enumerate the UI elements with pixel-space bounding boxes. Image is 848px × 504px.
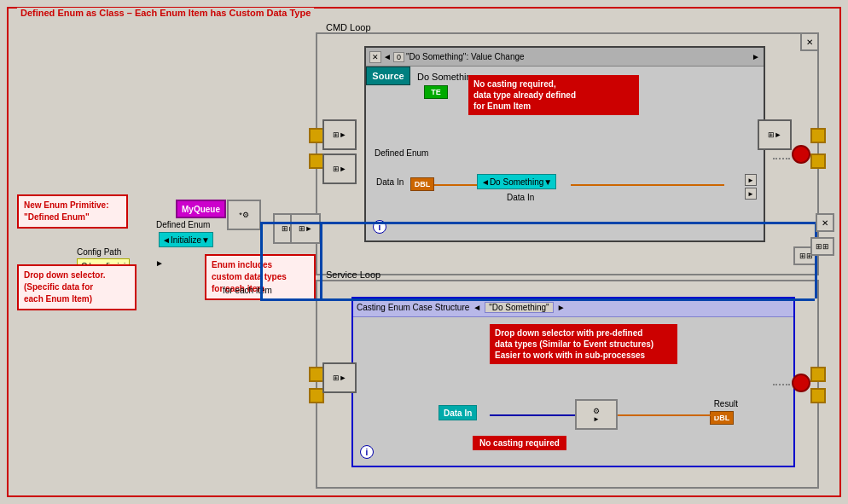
event-title: "Do Something": Value Change: [406, 52, 750, 61]
main-wire-v-left: [260, 222, 263, 298]
service-loop-container: Service Loop Casting Enum Case Structure…: [316, 280, 819, 489]
dotted-wire-service: [773, 384, 790, 385]
service-right-tunnel-bottom: [810, 388, 826, 403]
merge-node-main: ⊞⊞: [810, 237, 834, 256]
dbl-result: DBL: [710, 411, 734, 425]
te-terminal: TE: [424, 85, 448, 99]
info-icon-service[interactable]: i: [360, 445, 374, 459]
func-block-service: ⚙ ►: [575, 399, 618, 430]
wire-dbl-to-dropdown: [434, 184, 477, 186]
service-func-left: ⊞►: [322, 362, 357, 393]
cmd-loop-container: CMD Loop ✕ ◄ 0 "Do Something": Value Cha…: [316, 32, 819, 275]
cmd-func-left2: ⊞►: [322, 154, 357, 184]
right-vert-wire: [815, 222, 817, 298]
page-title: Defined Enum as Class – Each Enum Item h…: [17, 8, 314, 18]
close-btn[interactable]: ✕: [369, 51, 381, 63]
defined-enum-inner-label: Defined Enum: [375, 148, 428, 158]
config-terminal-arrow: ►: [155, 258, 164, 268]
my-queue-block: MyQueue: [176, 200, 226, 218]
arrow-right-icon: ►: [752, 52, 760, 61]
stop-button-service[interactable]: [792, 374, 810, 392]
wire-data-to-func: [490, 414, 575, 416]
dotted-wire-cmd: [773, 158, 790, 159]
no-casting-annotation: No casting required, data type already d…: [468, 75, 639, 115]
right-terminals: ► ►: [745, 174, 757, 200]
drop-selector-callout: Drop down selector. (Specific data for e…: [17, 264, 136, 310]
left-vert-wire: [320, 222, 322, 298]
no-casting-service: No casting required: [473, 436, 566, 450]
stop-button-cmd[interactable]: [792, 145, 810, 164]
func-block-left2: ⊞►: [290, 213, 321, 244]
defined-enum-left-label: Defined Enum: [156, 220, 210, 229]
dbl-block-cmd: DBL: [410, 177, 434, 191]
main-wire-h-top: [260, 222, 320, 224]
cmd-inner-structure: ✕ ◄ 0 "Do Something": Value Change ► Sou…: [364, 46, 765, 242]
service-loop-label: Service Loop: [326, 269, 380, 280]
case-title-bar: Casting Enum Case Structure ◄ "Do Someth…: [353, 298, 793, 317]
arrow-left-icon: ◄: [383, 52, 392, 61]
cmd-func-left: ⊞►: [322, 119, 357, 150]
case-label: Casting Enum Case Structure: [357, 303, 469, 312]
dropdown-annotation: Drop down selector with pre-defined data…: [490, 324, 677, 364]
case-arrow-right: ►: [557, 303, 566, 312]
data-in-label-cmd: Data In: [376, 177, 404, 187]
data-in-below-dropdown: Data In: [507, 193, 534, 202]
gear-node-queue: *⚙: [227, 200, 261, 230]
cmd-right-tunnel-top: [810, 128, 826, 143]
wire-func-to-dbl: [618, 414, 720, 416]
initialize-dropdown[interactable]: ◄Initialize▼: [159, 232, 213, 247]
main-container: Defined Enum as Class – Each Enum Item h…: [7, 7, 841, 497]
right-terminal-1: ►: [745, 174, 757, 186]
do-something-dropdown[interactable]: ◄Do Something▼: [477, 174, 556, 189]
close-button-cmd[interactable]: ✕: [800, 32, 819, 51]
data-in-cyan[interactable]: Data In: [439, 405, 477, 420]
config-path-label: Config Path: [77, 247, 121, 257]
main-wire-h-bottom: [260, 298, 320, 301]
service-right-tunnel-top: [810, 367, 826, 382]
cmd-func-right: ⊞►: [758, 119, 792, 150]
cmd-right-tunnel-bottom: [810, 154, 826, 169]
case-arrow-left: ◄: [473, 303, 481, 312]
right-terminal-2: ►: [745, 188, 757, 200]
new-enum-callout: New Enum Primitive: "Defined Enum": [17, 194, 128, 229]
top-bus-wire: [320, 222, 815, 224]
index-display: 0: [393, 52, 404, 62]
bottom-bus-wire: [320, 298, 815, 301]
result-label: Result: [714, 399, 738, 408]
cmd-title-bar: ✕ ◄ 0 "Do Something": Value Change ►: [366, 48, 764, 67]
wire-dropdown-right: [571, 184, 724, 186]
close-button-main[interactable]: ✕: [816, 213, 834, 232]
cmd-loop-label: CMD Loop: [326, 22, 371, 32]
case-structure: Casting Enum Case Structure ◄ "Do Someth…: [351, 297, 795, 467]
for-each-item-label: for each item: [223, 286, 272, 295]
case-dropdown[interactable]: "Do Something": [485, 302, 553, 313]
source-tab[interactable]: Source: [366, 67, 410, 85]
